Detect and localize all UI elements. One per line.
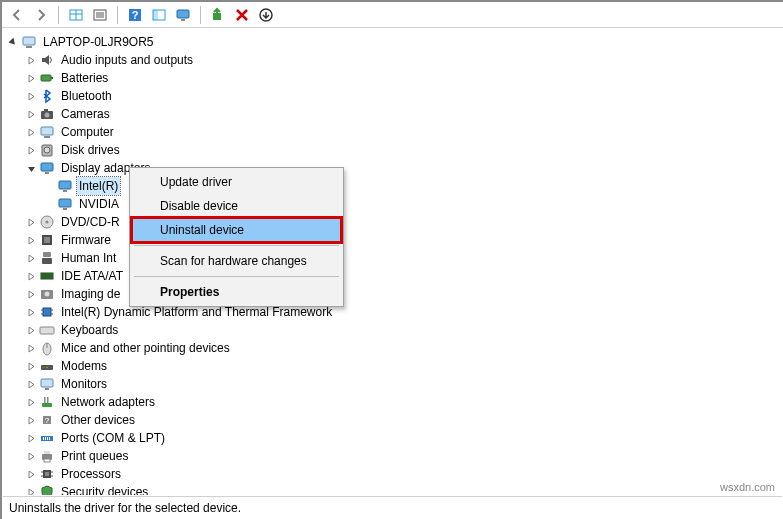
- expand-icon[interactable]: [25, 108, 37, 120]
- tree-node-label: Bluetooth: [59, 87, 114, 105]
- forward-button[interactable]: [30, 4, 52, 26]
- tree-category[interactable]: Mice and other pointing devices: [3, 339, 782, 357]
- svg-rect-38: [42, 258, 52, 264]
- uninstall-button[interactable]: [231, 4, 253, 26]
- grid-icon: [68, 7, 84, 23]
- expand-icon[interactable]: [25, 378, 37, 390]
- expand-icon[interactable]: [25, 72, 37, 84]
- ctx-update-driver[interactable]: Update driver: [132, 170, 341, 194]
- tree-node-label: LAPTOP-0LJR9OR5: [41, 33, 156, 51]
- status-text: Uninstalls the driver for the selected d…: [9, 501, 241, 515]
- tree-node-label: Print queues: [59, 447, 130, 465]
- help-button[interactable]: ?: [124, 4, 146, 26]
- update-driver-button[interactable]: [207, 4, 229, 26]
- tree-category[interactable]: ?Other devices: [3, 411, 782, 429]
- tree-category[interactable]: IDE ATA/AT: [3, 267, 782, 285]
- expand-icon[interactable]: [25, 306, 37, 318]
- tree-node-label: Disk drives: [59, 141, 122, 159]
- tree-category[interactable]: Audio inputs and outputs: [3, 51, 782, 69]
- tree-category[interactable]: Keyboards: [3, 321, 782, 339]
- expand-icon[interactable]: [25, 234, 37, 246]
- details-pane-button[interactable]: [148, 4, 170, 26]
- monitor-button[interactable]: [172, 4, 194, 26]
- tree-category[interactable]: Cameras: [3, 105, 782, 123]
- scan-hardware-button[interactable]: [255, 4, 277, 26]
- back-button[interactable]: [6, 4, 28, 26]
- expand-icon[interactable]: [25, 468, 37, 480]
- tree-category[interactable]: Ports (COM & LPT): [3, 429, 782, 447]
- tree-category[interactable]: Network adapters: [3, 393, 782, 411]
- tree-node-label: Computer: [59, 123, 116, 141]
- tree-category[interactable]: Bluetooth: [3, 87, 782, 105]
- expand-icon[interactable]: [25, 396, 37, 408]
- svg-rect-24: [44, 136, 50, 138]
- expand-icon[interactable]: [25, 414, 37, 426]
- tree-category[interactable]: DVD/CD-R: [3, 213, 782, 231]
- expand-icon[interactable]: [25, 54, 37, 66]
- show-hidden-button[interactable]: [65, 4, 87, 26]
- monitor-icon: [175, 7, 191, 23]
- tree-category[interactable]: Security devices: [3, 483, 782, 495]
- ctx-uninstall-device[interactable]: Uninstall device: [132, 218, 341, 242]
- tree-node-label: Human Int: [59, 249, 118, 267]
- arrow-left-icon: [9, 7, 25, 23]
- tree-category[interactable]: Monitors: [3, 375, 782, 393]
- bluetooth-icon: [39, 88, 55, 104]
- tree-device[interactable]: NVIDIA: [3, 195, 782, 213]
- tree-node-label: IDE ATA/AT: [59, 267, 125, 285]
- expand-icon[interactable]: [25, 270, 37, 282]
- svg-rect-70: [44, 451, 50, 454]
- tree-category[interactable]: Print queues: [3, 447, 782, 465]
- tree-node-label: Firmware: [59, 231, 113, 249]
- svg-rect-61: [47, 397, 49, 403]
- svg-point-34: [46, 221, 49, 224]
- device-tree[interactable]: LAPTOP-0LJR9OR5 Audio inputs and outputs…: [3, 29, 782, 495]
- svg-rect-36: [44, 237, 50, 243]
- chip-icon: [39, 304, 55, 320]
- svg-point-26: [44, 147, 50, 153]
- expand-icon[interactable]: [25, 486, 37, 495]
- svg-rect-28: [45, 172, 49, 174]
- collapse-icon[interactable]: [25, 162, 37, 174]
- tree-node-label: Cameras: [59, 105, 112, 123]
- tree-node-label: Intel(R): [77, 177, 120, 195]
- tree-node-label: Mice and other pointing devices: [59, 339, 232, 357]
- ctx-disable-device[interactable]: Disable device: [132, 194, 341, 218]
- expand-icon[interactable]: [25, 432, 37, 444]
- tree-category[interactable]: Intel(R) Dynamic Platform and Thermal Fr…: [3, 303, 782, 321]
- tree-category[interactable]: Human Int: [3, 249, 782, 267]
- tree-category[interactable]: Modems: [3, 357, 782, 375]
- expand-icon[interactable]: [25, 360, 37, 372]
- tree-category[interactable]: Processors: [3, 465, 782, 483]
- tree-root-node[interactable]: LAPTOP-0LJR9OR5: [3, 33, 782, 51]
- svg-rect-49: [40, 327, 54, 334]
- ctx-properties[interactable]: Properties: [132, 280, 341, 304]
- expand-icon[interactable]: [25, 342, 37, 354]
- expand-icon[interactable]: [25, 90, 37, 102]
- disk-icon: [39, 142, 55, 158]
- expand-icon[interactable]: [25, 288, 37, 300]
- tree-category[interactable]: Computer: [3, 123, 782, 141]
- collapse-icon[interactable]: [7, 36, 19, 48]
- expand-icon[interactable]: [25, 450, 37, 462]
- ctx-scan-hardware[interactable]: Scan for hardware changes: [132, 249, 341, 273]
- tree-node-label: Modems: [59, 357, 109, 375]
- expand-icon[interactable]: [25, 216, 37, 228]
- tree-node-label: Security devices: [59, 483, 150, 495]
- svg-rect-39: [41, 273, 53, 279]
- tree-category[interactable]: Imaging de: [3, 285, 782, 303]
- expand-icon[interactable]: [25, 324, 37, 336]
- tree-category[interactable]: Batteries: [3, 69, 782, 87]
- expand-icon[interactable]: [25, 126, 37, 138]
- expand-icon[interactable]: [25, 144, 37, 156]
- tree-category[interactable]: Firmware: [3, 231, 782, 249]
- svg-rect-18: [41, 75, 51, 81]
- remove-x-icon: [234, 7, 250, 23]
- tree-category[interactable]: Disk drives: [3, 141, 782, 159]
- properties-button[interactable]: [89, 4, 111, 26]
- tree-category[interactable]: Display adapters: [3, 159, 782, 177]
- tree-device[interactable]: Intel(R): [3, 177, 782, 195]
- tree-node-label: Imaging de: [59, 285, 122, 303]
- battery-icon: [39, 70, 55, 86]
- expand-icon[interactable]: [25, 252, 37, 264]
